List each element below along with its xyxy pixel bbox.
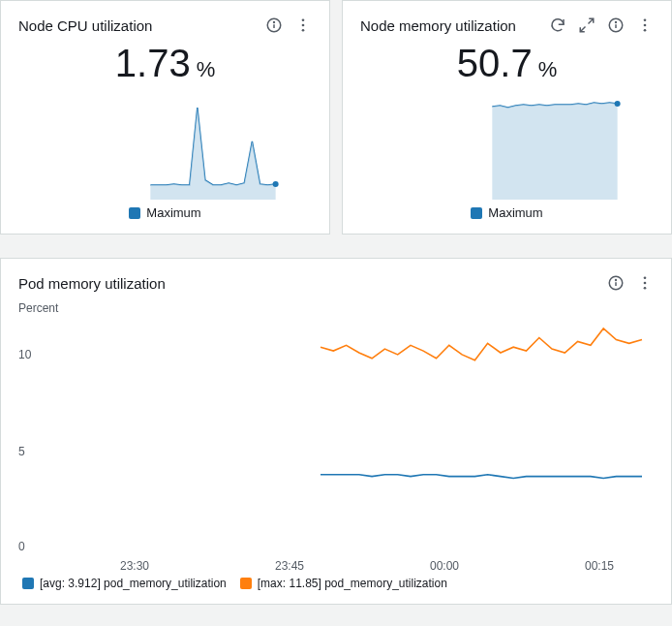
stat-number: 50.7	[457, 42, 533, 84]
stat-value: 1.73%	[18, 42, 312, 85]
svg-point-6	[273, 181, 279, 187]
svg-point-12	[644, 18, 647, 21]
legend: Maximum	[18, 205, 312, 220]
card-title: Node CPU utilization	[18, 17, 152, 34]
svg-point-19	[644, 276, 647, 279]
y-tick: 5	[18, 445, 25, 458]
legend-swatch	[129, 207, 140, 219]
y-axis-title: Percent	[18, 301, 58, 315]
svg-point-18	[616, 280, 617, 281]
legend: Maximum	[360, 205, 654, 220]
card-title: Pod memory utilization	[18, 275, 166, 292]
legend-swatch	[240, 578, 252, 589]
memory-sparkline	[360, 93, 654, 200]
svg-point-5	[302, 29, 305, 32]
svg-point-21	[644, 287, 647, 290]
x-tick: 23:30	[120, 559, 149, 573]
legend-entry-avg[interactable]: [avg: 3.912] pod_memory_utilization	[22, 577, 227, 590]
legend: [avg: 3.912] pod_memory_utilization [max…	[18, 577, 654, 590]
refresh-icon[interactable]	[549, 16, 566, 34]
info-icon[interactable]	[607, 274, 625, 292]
menu-icon[interactable]	[636, 16, 654, 34]
x-tick: 00:15	[585, 559, 614, 573]
card-header: Pod memory utilization	[18, 274, 654, 292]
pod-memory-card: Pod memory utilization Percent 10 5 0 23…	[0, 258, 672, 605]
expand-icon[interactable]	[578, 16, 596, 34]
svg-point-2	[274, 22, 275, 23]
card-actions	[549, 16, 654, 34]
y-tick: 10	[18, 348, 31, 361]
svg-point-15	[615, 101, 621, 107]
stat-unit: %	[538, 57, 558, 81]
card-header: Node CPU utilization	[18, 16, 312, 34]
menu-icon[interactable]	[294, 16, 312, 34]
stat-number: 1.73	[115, 42, 191, 84]
svg-point-14	[644, 29, 647, 32]
cpu-card: Node CPU utilization 1.73% Maximum	[0, 0, 330, 235]
y-tick: 0	[18, 540, 25, 553]
svg-line-8	[580, 27, 585, 32]
legend-label: Maximum	[488, 205, 542, 220]
card-title: Node memory utilization	[360, 17, 516, 34]
x-tick: 00:00	[430, 559, 459, 573]
svg-point-20	[644, 282, 647, 285]
info-icon[interactable]	[265, 16, 283, 34]
x-tick: 23:45	[275, 559, 304, 573]
legend-entry-max[interactable]: [max: 11.85] pod_memory_utilization	[240, 577, 447, 590]
svg-point-11	[616, 22, 617, 23]
svg-line-7	[589, 18, 594, 23]
card-header: Node memory utilization	[360, 16, 654, 34]
stat-unit: %	[197, 57, 216, 81]
pod-memory-chart: Percent 10 5 0 23:30 23:45 00:00 00:15	[18, 301, 654, 573]
legend-swatch	[471, 207, 482, 219]
svg-point-4	[302, 24, 305, 27]
memory-card: Node memory utilization 50.7%	[342, 0, 672, 235]
legend-label: Maximum	[146, 205, 200, 220]
menu-icon[interactable]	[636, 274, 654, 292]
card-actions	[265, 16, 312, 34]
stat-value: 50.7%	[360, 42, 654, 85]
card-actions	[607, 274, 654, 292]
cpu-sparkline	[18, 93, 312, 200]
info-icon[interactable]	[607, 16, 625, 34]
legend-label: [avg: 3.912] pod_memory_utilization	[40, 577, 227, 590]
legend-label: [max: 11.85] pod_memory_utilization	[258, 577, 447, 590]
svg-point-13	[644, 24, 647, 27]
svg-point-3	[302, 18, 305, 21]
legend-swatch	[22, 578, 34, 589]
